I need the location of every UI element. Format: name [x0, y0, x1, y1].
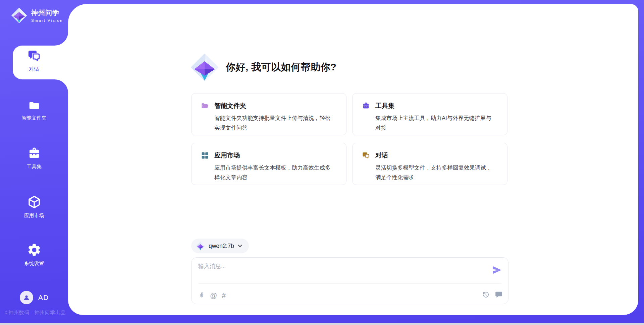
- brand-diamond-logo-icon: [11, 7, 27, 23]
- toolbox-icon: [27, 146, 41, 160]
- card-smart-folders[interactable]: 智能文件夹 智能文件夹功能支持批量文件上传与清洗，轻松实现文件问答: [191, 93, 346, 135]
- at-icon: @: [210, 291, 217, 299]
- feature-cards: 智能文件夹 智能文件夹功能支持批量文件上传与清洗，轻松实现文件问答 工具集 集成…: [191, 93, 507, 185]
- brand-name: 神州问学: [31, 8, 63, 17]
- app-root: { "app": { "name": "神州问学", "tagline": "S…: [0, 0, 644, 325]
- message-input[interactable]: [198, 262, 480, 282]
- card-description: 应用市场提供丰富长文本模板，助力高效生成多样化文章内容: [214, 163, 332, 182]
- card-description: 智能文件夹功能支持批量文件上传与清洗，轻松实现文件问答: [214, 113, 332, 133]
- mention-button[interactable]: @: [210, 291, 217, 300]
- card-description: 集成市场上主流工具，助力AI与外界无缝扩展与对接: [375, 113, 493, 133]
- user-profile-button[interactable]: AD: [20, 291, 49, 304]
- hash-icon: #: [222, 291, 226, 299]
- history-button[interactable]: [482, 291, 490, 300]
- avatar: [20, 291, 33, 304]
- folder-open-icon: [201, 102, 209, 110]
- card-title: 应用市场: [214, 151, 240, 160]
- sidebar-item-chat[interactable]: 对话: [0, 49, 68, 72]
- brand-tagline: Smart Vision: [31, 18, 63, 22]
- sidebar-item-folders[interactable]: 智能文件夹: [0, 99, 68, 121]
- sidebar-item-tools[interactable]: 工具集: [0, 146, 68, 170]
- send-icon: [492, 265, 502, 275]
- card-title: 工具集: [375, 102, 394, 110]
- sidebar-item-label: 应用市场: [24, 212, 44, 218]
- model-selector[interactable]: qwen2:7b: [191, 239, 249, 253]
- send-button[interactable]: [492, 265, 502, 276]
- toolbox-icon: [362, 102, 370, 110]
- model-diamond-logo-icon: [196, 242, 205, 251]
- greeting: 你好, 我可以如何帮助你?: [190, 53, 336, 82]
- gear-icon: [27, 243, 42, 257]
- message-composer: @ #: [191, 257, 508, 304]
- sidebar-item-label: 系统设置: [24, 260, 44, 266]
- sidebar-footer: ©神州数码 · 神州问学出品: [5, 310, 65, 316]
- greeting-diamond-logo-icon: [190, 53, 219, 82]
- topic-button[interactable]: #: [222, 291, 226, 300]
- card-app-market[interactable]: 应用市场 应用市场提供丰富长文本模板，助力高效生成多样化文章内容: [191, 143, 346, 185]
- paperclip-icon: [198, 291, 205, 299]
- person-icon: [22, 294, 31, 302]
- composer-divider: [198, 283, 501, 284]
- app-grid-icon: [201, 151, 209, 159]
- chevron-down-icon: [238, 245, 242, 247]
- chat-bubbles-icon: [362, 151, 370, 159]
- card-description: 灵活切换多模型文件，支持多样回复效果调试，满足个性化需求: [375, 163, 493, 182]
- user-name: AD: [38, 294, 49, 302]
- card-toolset[interactable]: 工具集 集成市场上主流工具，助力AI与外界无缝扩展与对接: [352, 93, 507, 135]
- attach-file-button[interactable]: [198, 291, 205, 300]
- brand: 神州问学 Smart Vision: [11, 7, 63, 23]
- card-title: 对话: [375, 151, 388, 160]
- cube-icon: [27, 195, 42, 209]
- sidebar-item-market[interactable]: 应用市场: [0, 195, 68, 218]
- history-icon: [482, 291, 490, 299]
- sidebar-item-label: 对话: [29, 66, 39, 72]
- conversation-button[interactable]: [495, 290, 503, 300]
- sidebar-item-settings[interactable]: 系统设置: [0, 243, 68, 266]
- card-chat[interactable]: 对话 灵活切换多模型文件，支持多样回复效果调试，满足个性化需求: [352, 143, 507, 185]
- main-panel: 你好, 我可以如何帮助你? 智能文件夹 智能文件夹功能支持批量文件上传与清洗，轻…: [68, 4, 638, 315]
- sidebar-item-label: 工具集: [26, 163, 42, 170]
- sidebar-item-label: 智能文件夹: [21, 115, 47, 121]
- greeting-title: 你好, 我可以如何帮助你?: [226, 61, 336, 74]
- chat-bubble-filled-icon: [495, 290, 503, 299]
- model-name: qwen2:7b: [209, 243, 234, 250]
- window-bottom-edge: [0, 323, 644, 325]
- chat-bubbles-icon: [27, 49, 41, 63]
- card-title: 智能文件夹: [214, 102, 246, 110]
- folder-icon: [28, 99, 41, 112]
